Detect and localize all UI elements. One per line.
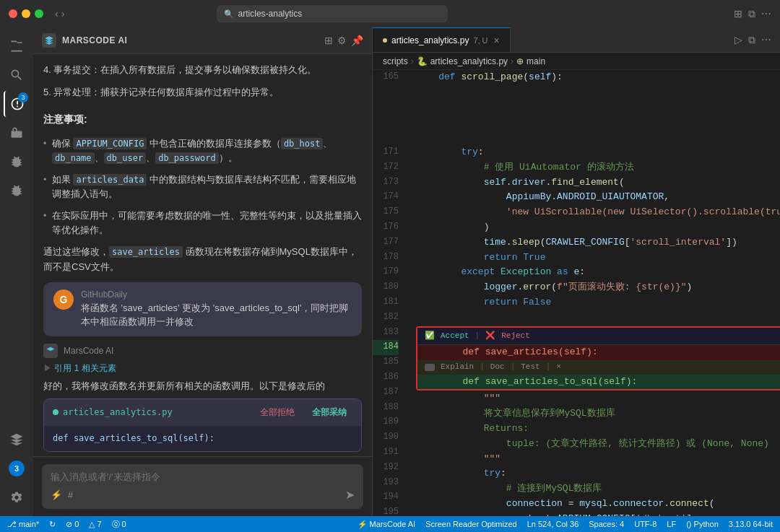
hash-icon[interactable]: # <box>68 489 73 500</box>
search-icon: 🔍 <box>224 9 234 19</box>
plugin-status[interactable]: ⚡ MarsCode AI <box>358 520 416 529</box>
code-line-180: logger.error(f"页面滚动失败: {str(e)}") <box>416 280 780 295</box>
code-line-178: return True <box>416 250 780 266</box>
lightning-icon[interactable]: ⚡ <box>51 489 62 500</box>
sync-status[interactable]: ↻ <box>49 520 56 529</box>
code-line-185: """ <box>416 391 780 406</box>
activity-search[interactable] <box>4 62 30 88</box>
activity-files[interactable] <box>4 33 30 59</box>
code-line-blank4 <box>416 130 780 145</box>
reject-button[interactable]: Reject <box>501 330 530 343</box>
layout-icon[interactable]: ⊞ <box>734 8 742 20</box>
sidebar-header: MARSCODE AI ⊞ ⚙ 📌 <box>33 27 372 54</box>
add-chat-icon[interactable]: ⊞ <box>324 35 333 46</box>
split-editor-icon[interactable]: ⧉ <box>748 34 755 46</box>
code-line-blank2 <box>416 100 780 115</box>
code-line-186: 将文章信息保存到MySQL数据库 <box>416 406 780 422</box>
tab-modified-dot <box>383 38 387 43</box>
editor-area: articles_analytics.py 7, U × ▷ ⧉ ⋯ scrip… <box>373 27 780 516</box>
screen-reader-status[interactable]: Screen Reader Optimized <box>425 520 517 529</box>
breadcrumb-scripts[interactable]: scripts <box>383 56 408 66</box>
code-line-190: try: <box>416 466 780 481</box>
file-change-header: articles_analytics.py 全部拒绝 全部采纳 <box>44 399 361 426</box>
bullet-2: 如果 articles_data 中的数据结构与数据库表结构不匹配，需要相应地调… <box>43 173 362 201</box>
titlebar: ‹ › 🔍 articles-analytics ⊞ ⧉ ⋯ <box>0 0 780 27</box>
activity-debug[interactable] <box>4 149 30 175</box>
status-bar-right: ⚡ MarsCode AI Screen Reader Optimized Ln… <box>358 520 774 529</box>
active-tab[interactable]: articles_analytics.py 7, U × <box>373 27 511 52</box>
maximize-button[interactable] <box>35 9 43 18</box>
nav-forward-icon[interactable]: › <box>61 8 65 19</box>
send-button[interactable]: ➤ <box>345 488 355 502</box>
chat-input[interactable] <box>51 471 355 482</box>
chat-intro-line-1: 4. 事务提交：在插入所有数据后，提交事务以确保数据被持久化。 <box>43 63 362 78</box>
explain-btn[interactable]: Explain <box>441 361 474 374</box>
code-line-192: connection = mysql.connector.connect( <box>416 497 780 512</box>
sidebar-title: MARSCODE AI <box>62 35 318 45</box>
code-line-177: time.sleep(CRAWLER_CONFIG['scroll_interv… <box>416 235 780 250</box>
settings-icon[interactable]: ⋯ <box>761 8 771 20</box>
chat-intro-line-2: 5. 异常处理：捕获并记录任何数据库操作过程中的异常。 <box>43 85 362 100</box>
accept-all-button[interactable]: 全部采纳 <box>306 405 352 420</box>
user-message-content: GitHubDaily 将函数名 'save_articles' 更改为 'sa… <box>81 289 352 329</box>
activity-account[interactable]: 3 <box>4 455 30 481</box>
ref-link[interactable]: 引用 1 相关元素 <box>54 363 116 373</box>
code-content: def scroll_page(self): try: # 使用 UiAutom… <box>406 70 780 516</box>
bullet-1: 确保 APPIUM_CONFIG 中包含正确的数据库连接参数（db_host、d… <box>43 136 362 165</box>
global-search[interactable]: 🔍 articles-analytics <box>217 5 448 22</box>
inline-tools-bar: Explain | Doc | Test | × <box>417 360 780 375</box>
test-btn[interactable]: Test <box>521 361 540 374</box>
accept-button[interactable]: Accept <box>441 330 469 343</box>
encoding-status[interactable]: UTF-8 <box>634 520 656 529</box>
titlebar-right: ⊞ ⧉ ⋯ <box>734 8 771 20</box>
position-status[interactable]: Ln 524, Col 36 <box>527 520 579 529</box>
code-line-181: return False <box>416 295 780 310</box>
breadcrumb-file[interactable]: articles_analytics.py <box>430 56 508 66</box>
chat-conclusion: 通过这些修改，save_articles 函数现在将数据存储到MySQL数据库中… <box>43 245 362 275</box>
more-icon[interactable]: ⋯ <box>761 34 771 45</box>
inline-close-btn[interactable]: × <box>556 361 561 374</box>
pin-icon[interactable]: 📌 <box>351 35 363 46</box>
eol-status[interactable]: LF <box>667 520 676 529</box>
code-line-184-added: def save_articles_to_sql(self): <box>417 375 780 390</box>
tab-close-icon[interactable]: × <box>494 35 500 46</box>
spaces-status[interactable]: Spaces: 4 <box>589 520 624 529</box>
errors-status[interactable]: ⊘ 0 <box>66 520 79 529</box>
close-button[interactable] <box>9 9 17 18</box>
input-area: ⚡ # ➤ <box>33 456 372 516</box>
settings-chat-icon[interactable]: ⚙ <box>337 35 347 46</box>
ai-main-text: 好的，我将修改函数名并更新所有相关的函数调用。以下是修改后的 <box>43 379 362 394</box>
code-line-182 <box>416 310 780 326</box>
file-name-label: articles_analytics.py <box>63 407 173 417</box>
breadcrumb-sep-2: › <box>511 56 514 66</box>
python-version-status[interactable]: 3.13.0 64-bit <box>729 520 773 529</box>
activity-ai[interactable]: 3 <box>4 91 30 117</box>
nav-back-icon[interactable]: ‹ <box>55 8 58 19</box>
tab-badge: 7, U <box>473 36 488 45</box>
breadcrumb: scripts › 🐍 articles_analytics.py › ⊕ ma… <box>373 53 780 70</box>
minimize-button[interactable] <box>22 9 30 18</box>
activity-extensions[interactable] <box>4 178 30 204</box>
input-bottom-bar: ⚡ # ➤ <box>51 488 355 502</box>
file-code-preview: def save_articles_to_sql(self): <box>53 432 352 445</box>
activity-settings[interactable] <box>4 484 30 510</box>
activity-marscode[interactable] <box>4 427 30 453</box>
doc-btn[interactable]: Doc <box>490 361 505 374</box>
section-title-notes: 注意事项: <box>43 113 362 126</box>
language-status[interactable]: () Python <box>686 520 719 529</box>
code-line-174: AppiumBy.ANDROID_UIAUTOMATOR, <box>416 190 780 205</box>
code-editor[interactable]: 165 171 172 173 174 175 176 177 178 179 … <box>373 70 780 516</box>
split-icon[interactable]: ⧉ <box>748 8 755 20</box>
run-icon[interactable]: ▷ <box>734 34 742 45</box>
warnings-status[interactable]: △ 7 <box>89 520 101 529</box>
ai-header: MarsCode AI <box>43 344 362 358</box>
sidebar-actions: ⊞ ⚙ 📌 <box>324 35 363 46</box>
file-change-card: articles_analytics.py 全部拒绝 全部采纳 def save… <box>43 398 362 452</box>
activity-git[interactable] <box>4 120 30 146</box>
info-status[interactable]: ⓪ 0 <box>112 519 126 530</box>
breadcrumb-symbol[interactable]: main <box>526 56 545 66</box>
breadcrumb-sep-1: › <box>411 56 414 66</box>
code-line-175: 'new UiScrollable(new UiSelector().scrol… <box>416 205 780 220</box>
branch-status[interactable]: ⎇ main* <box>7 520 39 529</box>
reject-all-button[interactable]: 全部拒绝 <box>254 405 300 420</box>
